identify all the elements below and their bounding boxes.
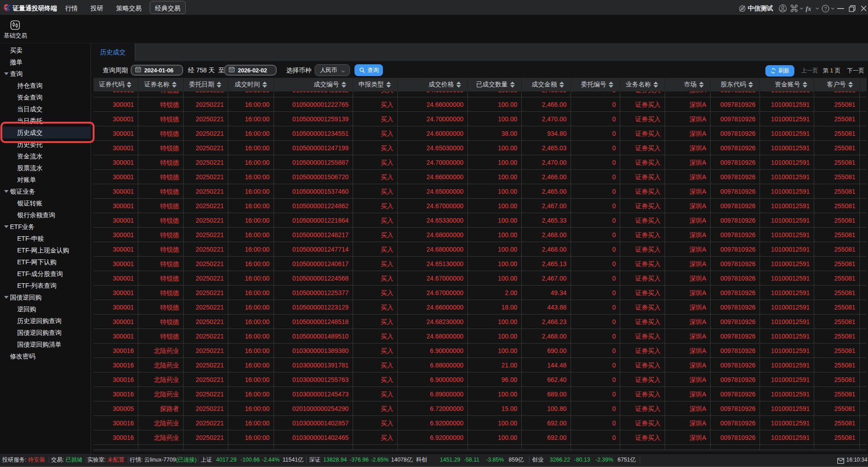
- svg-text:fx: fx: [806, 5, 811, 12]
- svg-text:?: ?: [824, 6, 827, 11]
